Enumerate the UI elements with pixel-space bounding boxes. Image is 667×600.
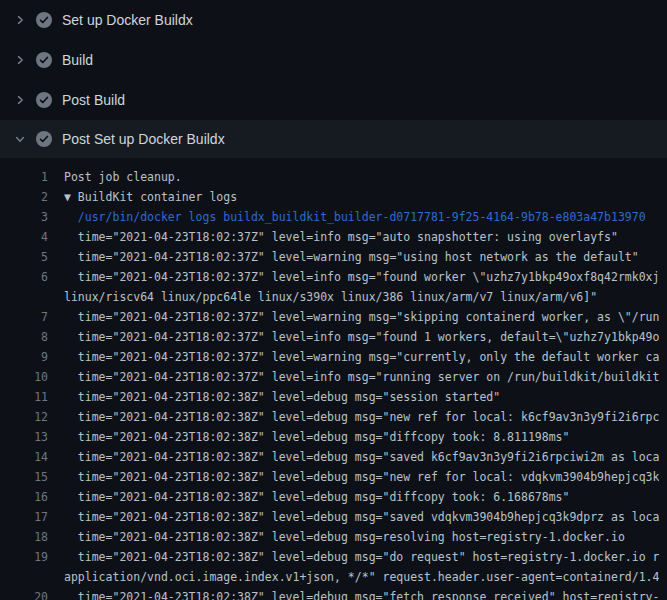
log-line-text: /usr/bin/docker logs buildx_buildkit_bui… (64, 210, 646, 224)
check-circle-icon (36, 92, 52, 108)
step-header[interactable]: Set up Docker Buildx (0, 0, 667, 40)
log-row: 8 time="2021-04-23T18:02:37Z" level=info… (0, 327, 667, 347)
log-line-number[interactable]: 15 (0, 470, 48, 484)
step-header[interactable]: Post Set up Docker Buildx (0, 120, 667, 158)
log-line-text: time="2021-04-23T18:02:37Z" level=info m… (64, 270, 659, 284)
log-row: 4 time="2021-04-23T18:02:37Z" level=info… (0, 227, 667, 247)
log-line-number[interactable]: 16 (0, 490, 48, 504)
log-line-text: Post job cleanup. (64, 170, 182, 184)
log-line-number[interactable]: 6 (0, 270, 48, 284)
log-row: 15 time="2021-04-23T18:02:38Z" level=deb… (0, 467, 667, 487)
step-label: Post Set up Docker Buildx (62, 131, 225, 147)
log-line-text: time="2021-04-23T18:02:38Z" level=debug … (64, 390, 500, 404)
log-row: 18 time="2021-04-23T18:02:38Z" level=deb… (0, 527, 667, 547)
log-row: linux/riscv64 linux/ppc64le linux/s390x … (0, 287, 667, 307)
log-line-number[interactable]: 17 (0, 510, 48, 524)
log-row: 5 time="2021-04-23T18:02:37Z" level=warn… (0, 247, 667, 267)
log-line-text: time="2021-04-23T18:02:38Z" level=debug … (64, 510, 659, 524)
log-view: 1 Post job cleanup. 2 ▼ BuildKit contain… (0, 158, 667, 600)
chevron-right-icon (12, 92, 28, 108)
chevron-right-icon (12, 52, 28, 68)
step-label: Build (62, 52, 93, 68)
step-label: Post Build (62, 92, 125, 108)
log-line-number[interactable]: 9 (0, 350, 48, 364)
log-line-number[interactable]: 19 (0, 550, 48, 564)
log-row: 6 time="2021-04-23T18:02:37Z" level=info… (0, 267, 667, 287)
log-row: application/vnd.oci.image.index.v1+json,… (0, 567, 667, 587)
log-line-text: time="2021-04-23T18:02:37Z" level=warnin… (64, 350, 659, 364)
log-line-number[interactable]: 1 (0, 170, 48, 184)
log-row: 2 ▼ BuildKit container logs (0, 187, 667, 207)
log-row: 17 time="2021-04-23T18:02:38Z" level=deb… (0, 507, 667, 527)
log-line-text: time="2021-04-23T18:02:38Z" level=debug … (64, 470, 659, 484)
log-row: 14 time="2021-04-23T18:02:38Z" level=deb… (0, 447, 667, 467)
log-line-text: application/vnd.oci.image.index.v1+json,… (64, 570, 659, 584)
log-row: 9 time="2021-04-23T18:02:37Z" level=warn… (0, 347, 667, 367)
chevron-down-icon (12, 131, 28, 147)
log-line-text: time="2021-04-23T18:02:37Z" level=warnin… (64, 250, 639, 264)
log-row: 16 time="2021-04-23T18:02:38Z" level=deb… (0, 487, 667, 507)
log-line-number[interactable]: 4 (0, 230, 48, 244)
log-line-number[interactable]: 20 (0, 590, 48, 600)
log-row: 3 /usr/bin/docker logs buildx_buildkit_b… (0, 207, 667, 227)
log-row: 7 time="2021-04-23T18:02:37Z" level=warn… (0, 307, 667, 327)
step-header[interactable]: Post Build (0, 80, 667, 120)
steps-list: Set up Docker Buildx Build (0, 0, 667, 158)
log-line-text: time="2021-04-23T18:02:38Z" level=debug … (64, 550, 659, 564)
check-circle-icon (36, 12, 52, 28)
log-row: 20 time="2021-04-23T18:02:38Z" level=deb… (0, 587, 667, 600)
log-line-text: time="2021-04-23T18:02:38Z" level=debug … (64, 530, 625, 544)
log-line-number[interactable]: 8 (0, 330, 48, 344)
log-line-text: time="2021-04-23T18:02:38Z" level=debug … (64, 590, 659, 600)
log-line-text[interactable]: ▼ BuildKit container logs (64, 190, 237, 204)
log-line-number[interactable]: 3 (0, 210, 48, 224)
log-line-number[interactable]: 18 (0, 530, 48, 544)
chevron-right-icon (12, 12, 28, 28)
log-line-number[interactable]: 14 (0, 450, 48, 464)
step-header[interactable]: Build (0, 40, 667, 80)
log-line-number[interactable]: 11 (0, 390, 48, 404)
log-line-text: time="2021-04-23T18:02:37Z" level=info m… (64, 370, 659, 384)
step-label: Set up Docker Buildx (62, 12, 193, 28)
log-line-text: time="2021-04-23T18:02:38Z" level=debug … (64, 410, 659, 424)
log-line-number[interactable]: 13 (0, 430, 48, 444)
log-line-text: time="2021-04-23T18:02:38Z" level=debug … (64, 450, 659, 464)
log-line-text: time="2021-04-23T18:02:37Z" level=info m… (64, 230, 618, 244)
log-line-text: time="2021-04-23T18:02:37Z" level=warnin… (64, 310, 659, 324)
log-line-number[interactable]: 2 (0, 190, 48, 204)
check-circle-icon (36, 52, 52, 68)
log-line-text: time="2021-04-23T18:02:37Z" level=info m… (64, 330, 659, 344)
log-line-text: time="2021-04-23T18:02:38Z" level=debug … (64, 490, 569, 504)
log-row: 10 time="2021-04-23T18:02:37Z" level=inf… (0, 367, 667, 387)
log-line-text: time="2021-04-23T18:02:38Z" level=debug … (64, 430, 569, 444)
log-line-number[interactable]: 5 (0, 250, 48, 264)
log-row: 12 time="2021-04-23T18:02:38Z" level=deb… (0, 407, 667, 427)
log-row: 11 time="2021-04-23T18:02:38Z" level=deb… (0, 387, 667, 407)
check-circle-icon (36, 131, 52, 147)
log-row: 1 Post job cleanup. (0, 167, 667, 187)
log-line-number[interactable]: 12 (0, 410, 48, 424)
log-row: 19 time="2021-04-23T18:02:38Z" level=deb… (0, 547, 667, 567)
log-line-number[interactable]: 10 (0, 370, 48, 384)
log-line-number[interactable]: 7 (0, 310, 48, 324)
log-line-text: linux/riscv64 linux/ppc64le linux/s390x … (64, 290, 597, 304)
log-row: 13 time="2021-04-23T18:02:38Z" level=deb… (0, 427, 667, 447)
